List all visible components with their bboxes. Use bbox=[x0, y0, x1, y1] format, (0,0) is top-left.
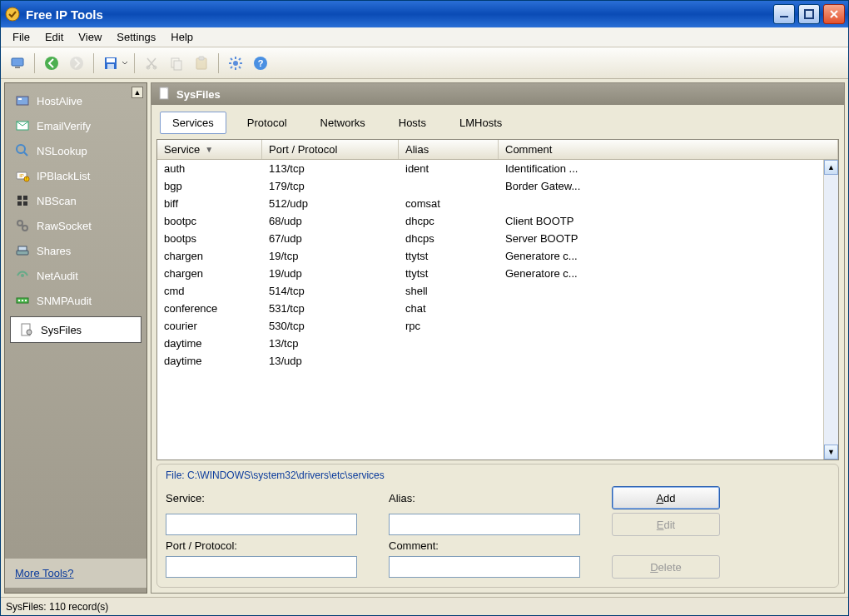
table-row[interactable]: chargen19/udpttytstGeneratore c... bbox=[157, 265, 823, 282]
tab-protocol[interactable]: Protocol bbox=[235, 112, 300, 134]
table-row[interactable]: conference531/tcpchat bbox=[157, 300, 823, 317]
sidebar-item-netaudit[interactable]: NetAudit bbox=[5, 263, 146, 288]
edit-form: File: C:\WINDOWS\system32\drivers\etc\se… bbox=[156, 464, 839, 588]
sidebar-item-label: NetAudit bbox=[37, 270, 78, 282]
back-button[interactable] bbox=[40, 52, 63, 75]
copy-button[interactable] bbox=[165, 52, 188, 75]
separator bbox=[34, 53, 35, 73]
table-row[interactable]: bootpc68/udpdhcpcClient BOOTP bbox=[157, 212, 823, 230]
table-row[interactable]: daytime13/tcp bbox=[157, 335, 823, 352]
sidebar-item-snmpaudit[interactable]: SNMPAudit bbox=[5, 288, 146, 313]
table-row[interactable]: bootps67/udpdhcpsServer BOOTP bbox=[157, 230, 823, 247]
sidebar-item-emailverify[interactable]: EmailVerify bbox=[5, 113, 146, 138]
separator bbox=[218, 53, 219, 73]
table-row[interactable]: chargen19/tcpttytstGeneratore c... bbox=[157, 247, 823, 265]
save-button[interactable] bbox=[99, 52, 122, 75]
cut-button[interactable] bbox=[140, 52, 163, 75]
tab-hosts[interactable]: Hosts bbox=[386, 112, 439, 134]
tab-lmhosts[interactable]: LMHosts bbox=[447, 112, 514, 134]
svg-rect-27 bbox=[17, 196, 22, 200]
svg-rect-8 bbox=[107, 58, 115, 62]
svg-rect-20 bbox=[18, 98, 22, 100]
col-service[interactable]: Service▼ bbox=[157, 140, 262, 159]
sidebar-item-label: SNMPAudit bbox=[37, 295, 92, 307]
sidebar-item-label: SysFiles bbox=[41, 324, 82, 336]
close-button[interactable] bbox=[823, 4, 845, 24]
host-icon bbox=[15, 93, 30, 108]
col-alias[interactable]: Alias bbox=[399, 140, 499, 159]
svg-rect-3 bbox=[12, 58, 23, 66]
sidebar-item-ipblacklist[interactable]: IP!IPBlackList bbox=[5, 163, 146, 188]
svg-text:?: ? bbox=[258, 58, 264, 68]
port-label: Port / Protocol: bbox=[166, 539, 374, 552]
sidebar-item-label: EmailVerify bbox=[37, 120, 91, 132]
more-tools-link[interactable]: More Tools? bbox=[15, 567, 74, 579]
sidebar-item-label: NSLookup bbox=[37, 145, 87, 157]
service-input[interactable] bbox=[166, 514, 357, 535]
panel-header: SysFiles bbox=[151, 83, 844, 105]
table-row[interactable]: biff512/udpcomsat bbox=[157, 195, 823, 212]
scroll-track[interactable] bbox=[824, 175, 838, 445]
add-button[interactable]: Add bbox=[612, 486, 720, 509]
table-row[interactable]: auth113/tcpidentIdentification ... bbox=[157, 160, 823, 177]
lookup-icon bbox=[15, 143, 30, 158]
scroll-up-button[interactable]: ▲ bbox=[824, 160, 838, 175]
help-button[interactable]: ? bbox=[249, 52, 272, 75]
svg-point-5 bbox=[45, 57, 58, 70]
vertical-scrollbar[interactable]: ▲ ▼ bbox=[823, 160, 838, 460]
save-dropdown[interactable] bbox=[121, 60, 129, 67]
file-path: File: C:\WINDOWS\system32\drivers\etc\se… bbox=[166, 469, 830, 481]
forward-button[interactable] bbox=[65, 52, 88, 75]
settings-button[interactable] bbox=[224, 52, 247, 75]
table-row[interactable]: daytime13/udp bbox=[157, 352, 823, 370]
svg-rect-1 bbox=[780, 16, 788, 17]
sidebar-item-rawsocket[interactable]: RawSocket bbox=[5, 213, 146, 238]
scroll-down-button[interactable]: ▼ bbox=[824, 445, 838, 460]
delete-button[interactable]: Delete bbox=[612, 555, 720, 579]
port-input[interactable] bbox=[166, 556, 357, 578]
svg-rect-19 bbox=[17, 97, 28, 105]
menu-view[interactable]: View bbox=[72, 29, 108, 45]
col-port[interactable]: Port / Protocol bbox=[262, 140, 399, 159]
sidebar-item-nslookup[interactable]: NSLookup bbox=[5, 138, 146, 163]
status-bar: SysFiles: 110 record(s) bbox=[1, 597, 848, 615]
app-title: Free IP Tools bbox=[26, 7, 103, 22]
comment-input[interactable] bbox=[389, 556, 580, 578]
svg-rect-42 bbox=[160, 87, 168, 99]
edit-button[interactable]: Edit bbox=[612, 513, 720, 536]
sidebar-item-nbscan[interactable]: NBScan bbox=[5, 188, 146, 213]
sidebar-item-hostalive[interactable]: HostAlive bbox=[5, 88, 146, 113]
tab-networks[interactable]: Networks bbox=[308, 112, 378, 134]
col-comment[interactable]: Comment bbox=[499, 140, 838, 159]
svg-rect-34 bbox=[18, 246, 27, 251]
alias-label: Alias: bbox=[389, 492, 597, 504]
table-row[interactable]: courier530/tcprpc bbox=[157, 317, 823, 335]
sidebar-item-shares[interactable]: Shares bbox=[5, 238, 146, 263]
title-bar[interactable]: Free IP Tools bbox=[1, 1, 848, 27]
svg-rect-9 bbox=[107, 64, 114, 69]
list-body: auth113/tcpidentIdentification ...bgp179… bbox=[157, 160, 838, 460]
body: ▲ HostAliveEmailVerifyNSLookupIP!IPBlack… bbox=[1, 79, 848, 597]
menu-settings[interactable]: Settings bbox=[110, 29, 162, 45]
socket-icon bbox=[15, 218, 30, 233]
sidebar-item-label: HostAlive bbox=[37, 95, 82, 107]
table-row[interactable]: bgp179/tcpBorder Gatew... bbox=[157, 177, 823, 195]
table-row[interactable]: cmd514/tcpshell bbox=[157, 282, 823, 300]
list-view: Service▼ Port / Protocol Alias Comment a… bbox=[156, 139, 839, 460]
alias-input[interactable] bbox=[389, 514, 580, 535]
sidebar-item-sysfiles[interactable]: SysFiles bbox=[10, 316, 142, 343]
svg-text:!: ! bbox=[26, 176, 27, 181]
minimize-button[interactable] bbox=[773, 4, 795, 24]
maximize-button[interactable] bbox=[798, 4, 820, 24]
monitor-icon[interactable] bbox=[6, 52, 29, 75]
sysfiles-icon bbox=[19, 322, 34, 337]
sidebar-scroll-up[interactable]: ▲ bbox=[132, 87, 143, 98]
menu-file[interactable]: File bbox=[6, 29, 37, 45]
menu-help[interactable]: Help bbox=[164, 29, 200, 45]
menu-edit[interactable]: Edit bbox=[38, 29, 70, 45]
service-label: Service: bbox=[166, 492, 374, 504]
paste-button[interactable] bbox=[190, 52, 213, 75]
svg-rect-39 bbox=[25, 300, 27, 301]
status-text: SysFiles: 110 record(s) bbox=[6, 601, 108, 613]
tab-services[interactable]: Services bbox=[160, 112, 226, 134]
